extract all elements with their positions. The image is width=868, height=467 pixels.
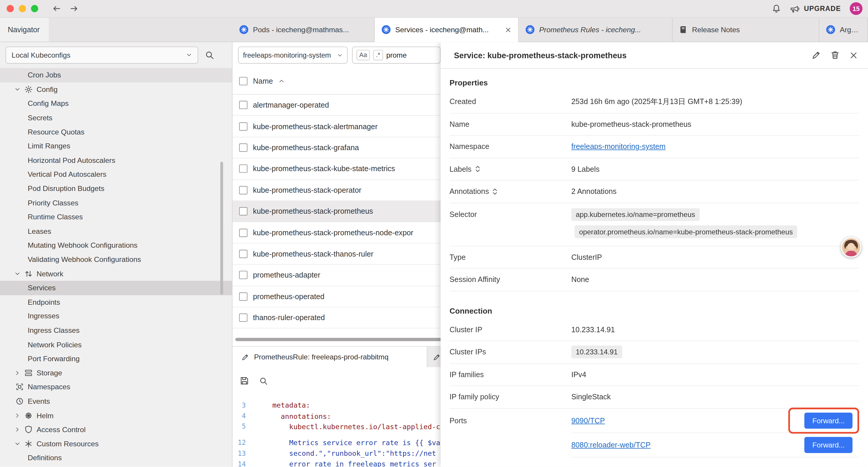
window-zoom-button[interactable] [31,5,38,12]
sidebar-item-network-policies[interactable]: Network Policies [0,338,232,352]
sidebar-item-namespaces[interactable]: Namespaces [0,380,232,394]
window-minimize-button[interactable] [19,5,26,12]
upgrade-button[interactable]: UPGRADE [790,4,841,13]
delete-icon[interactable] [831,51,840,60]
row-checkbox[interactable] [239,186,247,194]
sidebar-item-cron-jobs[interactable]: Cron Jobs [0,68,232,82]
dock-tab-prometheusrule[interactable]: PrometheusRule: freeleaps-prod-rabbitmq [232,347,428,368]
sidebar-item-validating-webhook-configurations[interactable]: Validating Webhook Configurations [0,253,232,267]
expand-toggle-icon[interactable] [492,188,498,195]
detail-row-labels[interactable]: Labels 9 Labels [450,158,859,181]
sidebar-item-pod-disruption-budgets[interactable]: Pod Disruption Budgets [0,181,232,196]
forward-button[interactable]: Forward... [804,437,852,453]
sidebar-search-button[interactable] [205,51,214,60]
table-row[interactable]: prometheus-adapter [232,265,441,286]
sidebar-item-ingress-classes[interactable]: Ingress Classes [0,323,232,338]
namespace-filter-select[interactable]: freeleaps-monitoring-system [238,47,348,63]
edit-icon[interactable] [812,51,821,60]
sidebar-item-services[interactable]: Services [0,281,232,295]
table-row[interactable]: kube-prometheus-stack-operator [232,180,441,201]
tab-release-notes[interactable]: Release Notes [673,18,819,42]
sidebar-item-leases[interactable]: Leases [0,224,232,238]
detail-value: 9 Labels [571,165,600,173]
row-checkbox[interactable] [239,122,247,130]
avatar[interactable] [841,237,861,258]
row-checkbox[interactable] [239,229,247,237]
table-row[interactable]: kube-prometheus-stack-kube-state-metrics [232,158,441,180]
sidebar-item-secrets[interactable]: Secrets [0,111,232,125]
sidebar-item-priority-classes[interactable]: Priority Classes [0,196,232,210]
sidebar-group-config[interactable]: Config [0,82,232,96]
match-case-toggle[interactable]: Aa [356,50,370,60]
table-row[interactable]: alertmanager-operated [232,95,441,116]
detail-row-ip-family-policy: IP family policy SingleStack [450,386,859,408]
sidebar-item-limit-ranges[interactable]: Limit Ranges [0,139,232,153]
row-checkbox[interactable] [239,101,247,109]
sidebar-item-vertical-pod-autoscalers[interactable]: Vertical Pod Autoscalers [0,167,232,181]
sidebar-item-definitions[interactable]: Definitions [0,451,232,465]
save-icon[interactable] [240,376,249,386]
row-checkbox[interactable] [239,143,247,152]
dock-tab-partial[interactable] [428,347,441,368]
detail-row-annotations[interactable]: Annotations 2 Annotations [450,181,859,203]
sidebar-item-label: Access Control [37,425,86,434]
sidebar-item-resource-quotas[interactable]: Resource Quotas [0,125,232,139]
forward-button[interactable] [68,4,79,13]
detail-row-cluster-ips: Cluster IPs 10.233.14.91 [450,341,859,363]
sidebar-item-label: Horizontal Pod Autoscalers [28,156,116,164]
sidebar-item-runtime-classes[interactable]: Runtime Classes [0,210,232,224]
row-checkbox[interactable] [239,207,247,215]
expand-toggle-icon[interactable] [475,165,480,173]
tab-services[interactable]: Services - icecheng@math... [375,18,519,42]
sidebar-item-ingresses[interactable]: Ingresses [0,309,232,323]
sidebar-item-mutating-webhook-configurations[interactable]: Mutating Webhook Configurations [0,238,232,253]
name-column-header[interactable]: Name [253,77,273,85]
table-row[interactable]: kube-prometheus-stack-alertmanager [232,116,441,137]
namespace-link[interactable]: freeleaps-monitoring-system [571,143,665,151]
sidebar-group-custom-resources[interactable]: Custom Resources [0,437,232,451]
port-link[interactable]: 8080:reloader-web/TCP [571,441,651,449]
table-row[interactable]: prometheus-operated [232,286,441,308]
row-checkbox[interactable] [239,314,247,322]
sidebar-item-events[interactable]: Events [0,394,232,408]
sidebar-item-endpoints[interactable]: Endpoints [0,295,232,309]
sidebar-scrollbar-thumb[interactable] [220,162,223,295]
sidebar-group-access-control[interactable]: Access Control [0,422,232,437]
app-window: UPGRADE 15 Navigator Pods - icecheng@mat… [0,0,868,467]
notification-badge[interactable]: 15 [850,2,862,15]
row-checkbox[interactable] [239,165,247,173]
forward-button[interactable]: Forward... [804,412,852,428]
row-checkbox[interactable] [239,292,247,300]
select-all-checkbox[interactable] [239,77,247,85]
editor-search-icon[interactable] [259,377,268,385]
table-row[interactable]: kube-prometheus-stack-thanos-ruler [232,243,441,265]
folded-region[interactable] [232,432,441,437]
yaml-editor[interactable]: 3metadata: 4 annotations: 5 kubectl.kube… [232,395,441,467]
table-row[interactable]: kube-prometheus-stack-prometheus-node-ex… [232,222,441,243]
close-icon[interactable] [849,51,858,59]
horizontal-scrollbar-thumb[interactable] [235,338,440,341]
tab-close-icon[interactable] [505,26,512,33]
table-row[interactable]: kube-prometheus-stack-grafana [232,137,441,158]
row-checkbox[interactable] [239,271,247,279]
sidebar-item-port-forwarding[interactable]: Port Forwarding [0,352,232,366]
bell-icon[interactable] [772,4,781,13]
tab-pods[interactable]: Pods - icecheng@mathmas... [232,18,375,42]
back-button[interactable] [52,4,62,13]
sidebar-group-network[interactable]: Network [0,267,232,281]
sidebar-item-horizontal-pod-autoscalers[interactable]: Horizontal Pod Autoscalers [0,153,232,167]
port-link[interactable]: 9090/TCP [571,416,605,425]
regex-toggle[interactable]: .* [373,50,383,60]
sidebar-item-config-maps[interactable]: Config Maps [0,96,232,111]
table-row-selected[interactable]: kube-prometheus-stack-prometheus [232,201,441,222]
tab-argo[interactable]: Argo S [819,18,868,42]
table-row[interactable]: thanos-ruler-operated [232,308,441,329]
sidebar-group-helm[interactable]: Helm [0,408,232,422]
window-close-button[interactable] [6,5,13,12]
sidebar-group-storage[interactable]: Storage [0,366,232,380]
namespace-filter-value: freeleaps-monitoring-system [243,51,331,59]
kubeconfig-selector[interactable]: Local Kubeconfigs [6,47,198,63]
tab-prometheus-rules[interactable]: Prometheus Rules - icecheng... [519,18,673,42]
list-search-input[interactable] [386,51,425,59]
row-checkbox[interactable] [239,250,247,258]
